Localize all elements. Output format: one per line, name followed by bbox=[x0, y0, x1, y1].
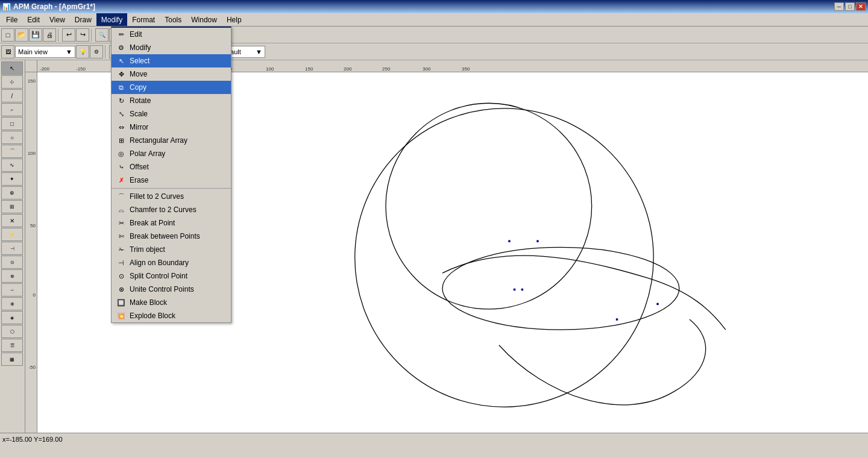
tb-redo[interactable]: ↪ bbox=[76, 28, 89, 42]
left-tool-trim[interactable]: ◈ bbox=[1, 311, 23, 324]
menu-label-rect-array: Rectangular Array bbox=[130, 136, 187, 145]
left-tool-mirror[interactable]: ↔ bbox=[1, 283, 23, 296]
menu-item-rect-array[interactable]: ⊞ Rectangular Array bbox=[112, 134, 231, 147]
menu-item-align-boundary[interactable]: ⊣ Align on Boundary bbox=[112, 256, 231, 269]
menu-item-explode-block[interactable]: 💥 Explode Block bbox=[112, 309, 231, 322]
svg-rect-4 bbox=[536, 240, 538, 242]
menu-label-explode-block: Explode Block bbox=[130, 312, 175, 320]
left-tool-erase[interactable]: ✕ bbox=[1, 214, 23, 227]
menu-item-move[interactable]: ✥ Move bbox=[112, 67, 231, 81]
menu-label-modify: Modify bbox=[130, 43, 151, 52]
menu-modify[interactable]: Modify bbox=[96, 13, 127, 26]
polar-array-icon: ◎ bbox=[116, 149, 126, 158]
left-tool-snap[interactable]: ⚡ bbox=[1, 228, 23, 241]
tb-light1[interactable]: 💡 bbox=[76, 45, 89, 58]
menu-label-rotate: Rotate bbox=[130, 96, 151, 105]
tb-undo[interactable]: ↩ bbox=[62, 28, 75, 42]
menu-item-mirror[interactable]: ⇔ Mirror bbox=[112, 121, 231, 134]
tb-view-dropdown[interactable]: Main view ▼ bbox=[15, 46, 75, 58]
menu-divider-1 bbox=[112, 188, 231, 189]
menu-item-copy[interactable]: ⧉ Copy bbox=[112, 81, 231, 94]
left-tool-spline[interactable]: ∿ bbox=[1, 158, 23, 172]
menu-item-select[interactable]: ↖ Select bbox=[112, 54, 231, 67]
menu-label-scale: Scale bbox=[130, 110, 148, 118]
menu-format[interactable]: Format bbox=[127, 13, 160, 26]
menu-item-edit[interactable]: ✏ Edit bbox=[112, 28, 231, 41]
tb-sep1 bbox=[58, 28, 60, 42]
menu-item-offset[interactable]: ⤷ Offset bbox=[112, 160, 231, 174]
left-toolbar: ↖ ⊹ / ⌐ □ ○ ⌒ ∿ ✦ ⊕ ⊞ ✕ ⚡ ⊣ ⊙ ⊗ ↔ ⊕ ◈ ⬡ … bbox=[0, 60, 25, 433]
menu-label-split-cp: Split Control Point bbox=[130, 272, 187, 280]
svg-point-1 bbox=[386, 103, 592, 309]
make-block-icon: 🔲 bbox=[116, 298, 126, 307]
menu-tools[interactable]: Tools bbox=[160, 13, 186, 26]
menu-window[interactable]: Window bbox=[186, 13, 222, 26]
ruler-tick-left-0: 150 bbox=[28, 78, 36, 84]
tb-view-icon[interactable]: 🖼 bbox=[1, 45, 14, 58]
move-icon: ✥ bbox=[116, 69, 126, 79]
menu-item-chamfer[interactable]: ⌓ Chamfer to 2 Curves bbox=[112, 203, 231, 216]
left-tool-node[interactable]: ⊹ bbox=[1, 75, 23, 89]
ruler-tick-top-10: 300 bbox=[423, 66, 430, 72]
tb-zoom-region[interactable]: 🔍 bbox=[95, 28, 108, 42]
menu-help[interactable]: Help bbox=[222, 13, 247, 26]
left-tool-polyline[interactable]: ⌐ bbox=[1, 103, 23, 116]
maximize-button[interactable]: □ bbox=[845, 2, 855, 11]
menu-bar: File Edit View Draw Modify Format Tools … bbox=[0, 13, 868, 27]
menu-item-unite-cp[interactable]: ⊗ Unite Control Points bbox=[112, 283, 231, 296]
svg-rect-6 bbox=[521, 289, 523, 290]
left-tool-star[interactable]: ✦ bbox=[1, 172, 23, 186]
menu-item-make-block[interactable]: 🔲 Make Block bbox=[112, 296, 231, 309]
select-icon: ↖ bbox=[116, 56, 126, 66]
left-tool-rect[interactable]: □ bbox=[1, 117, 23, 130]
menu-label-break-between: Break between Points bbox=[130, 232, 200, 240]
ruler-tick-left-1: 100 bbox=[28, 151, 36, 156]
minimize-button[interactable]: ─ bbox=[834, 2, 844, 11]
menu-file[interactable]: File bbox=[1, 13, 22, 26]
menu-item-fillet[interactable]: ⌒ Fillet to 2 Curves bbox=[112, 190, 231, 203]
menu-item-rotate[interactable]: ↻ Rotate bbox=[112, 94, 231, 107]
left-tool-block[interactable]: ▦ bbox=[1, 353, 23, 366]
trim-icon: ✁ bbox=[116, 245, 126, 254]
left-tool-hex[interactable]: ⬡ bbox=[1, 325, 23, 338]
break-between-icon: ✄ bbox=[116, 231, 126, 241]
menu-item-split-cp[interactable]: ⊙ Split Control Point bbox=[112, 269, 231, 283]
menu-label-copy: Copy bbox=[130, 83, 146, 92]
tb-new[interactable]: □ bbox=[1, 28, 14, 42]
tb-light2[interactable]: ⚙ bbox=[90, 45, 103, 58]
close-button[interactable]: ✕ bbox=[856, 2, 866, 11]
menu-label-trim: Trim object bbox=[130, 245, 165, 254]
menu-item-trim[interactable]: ✁ Trim object bbox=[112, 243, 231, 256]
view-label: Main view bbox=[18, 48, 48, 55]
tb-sep4 bbox=[105, 45, 107, 58]
left-tool-hatch[interactable]: ☰ bbox=[1, 339, 23, 352]
left-tool-circle[interactable]: ○ bbox=[1, 131, 23, 144]
menu-draw[interactable]: Draw bbox=[70, 13, 96, 26]
tb-print[interactable]: 🖨 bbox=[43, 28, 56, 42]
left-tool-arc[interactable]: ⌒ bbox=[1, 145, 23, 158]
tb-save[interactable]: 💾 bbox=[29, 28, 42, 42]
menu-item-modify[interactable]: ⚙ Modify bbox=[112, 41, 231, 54]
left-tool-split[interactable]: ⊙ bbox=[1, 256, 23, 269]
menu-edit[interactable]: Edit bbox=[22, 13, 45, 26]
menu-label-align-boundary: Align on Boundary bbox=[130, 259, 189, 267]
left-tool-cross[interactable]: ⊕ bbox=[1, 186, 23, 199]
rect-array-icon: ⊞ bbox=[116, 136, 126, 145]
left-tool-array[interactable]: ⊞ bbox=[1, 200, 23, 213]
left-tool-select[interactable]: ↖ bbox=[1, 61, 23, 75]
left-tool-offset[interactable]: ⊕ bbox=[1, 297, 23, 310]
align-boundary-icon: ⊣ bbox=[116, 258, 126, 268]
menu-view[interactable]: View bbox=[45, 13, 70, 26]
scale-icon: ⤡ bbox=[116, 109, 126, 119]
menu-item-erase[interactable]: ✗ Erase bbox=[112, 174, 231, 187]
menu-item-break-between[interactable]: ✄ Break between Points bbox=[112, 230, 231, 243]
left-tool-line[interactable]: / bbox=[1, 89, 23, 102]
chamfer-icon: ⌓ bbox=[116, 205, 126, 215]
left-tool-align[interactable]: ⊣ bbox=[1, 242, 23, 255]
menu-item-polar-array[interactable]: ◎ Polar Array bbox=[112, 147, 231, 160]
menu-item-scale[interactable]: ⤡ Scale bbox=[112, 107, 231, 121]
menu-item-break-point[interactable]: ✂ Break at Point bbox=[112, 216, 231, 230]
left-tool-unite[interactable]: ⊗ bbox=[1, 269, 23, 283]
tb-open[interactable]: 📂 bbox=[15, 28, 28, 42]
menu-label-select: Select bbox=[130, 57, 149, 65]
